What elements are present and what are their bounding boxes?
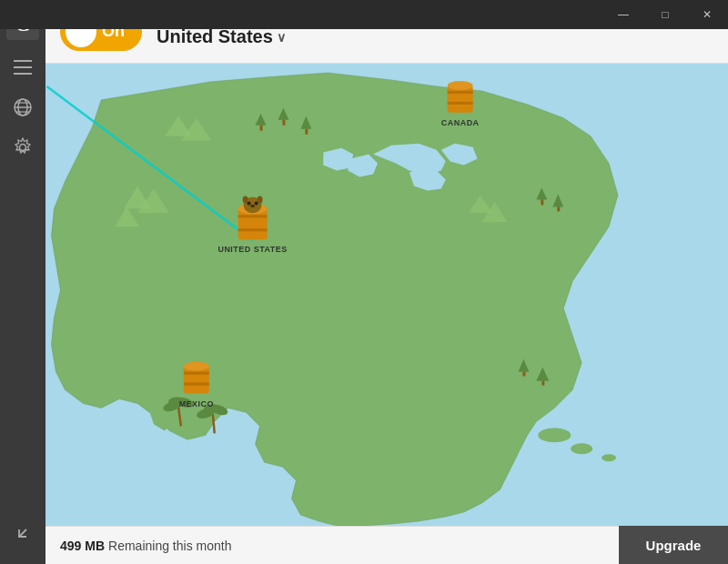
titlebar: — □ ✕ [0, 0, 728, 29]
map-svg: CANADA UNITED STATES [46, 64, 728, 526]
svg-line-11 [19, 529, 26, 537]
svg-rect-25 [557, 206, 560, 211]
svg-rect-40 [448, 102, 473, 105]
selected-country[interactable]: United States ∨ [157, 26, 286, 47]
sidebar: G [0, 0, 46, 564]
svg-rect-37 [541, 381, 544, 386]
svg-point-52 [258, 196, 263, 203]
svg-point-50 [250, 205, 255, 207]
upgrade-button[interactable]: Upgrade [619, 526, 728, 564]
svg-rect-4 [14, 73, 32, 75]
svg-point-49 [255, 201, 258, 205]
menu-icon[interactable] [6, 51, 39, 84]
svg-rect-45 [238, 228, 268, 231]
sidebar-collapse[interactable] [6, 513, 39, 553]
svg-point-57 [184, 362, 209, 371]
remaining-text: Remaining this month [108, 539, 231, 553]
svg-rect-35 [522, 372, 525, 377]
svg-text:MEXICO: MEXICO [179, 399, 214, 408]
svg-text:UNITED STATES: UNITED STATES [217, 245, 287, 254]
svg-text:CANADA: CANADA [441, 118, 480, 127]
svg-point-51 [243, 196, 248, 203]
country-chevron-icon: ∨ [277, 30, 286, 45]
minimize-button[interactable]: — [602, 0, 644, 29]
svg-rect-44 [238, 215, 268, 217]
svg-rect-39 [448, 91, 473, 94]
svg-rect-19 [282, 120, 285, 126]
close-button[interactable]: ✕ [686, 0, 728, 29]
svg-point-14 [571, 443, 592, 454]
data-amount: 499 MB [60, 539, 105, 553]
svg-rect-17 [260, 126, 263, 131]
settings-icon[interactable] [6, 131, 39, 164]
svg-rect-55 [184, 372, 209, 375]
data-remaining-info: 499 MB Remaining this month [46, 526, 619, 564]
globe-icon[interactable] [6, 91, 39, 124]
mexico-location[interactable]: MEXICO [179, 362, 214, 408]
svg-point-41 [448, 81, 473, 90]
map-area[interactable]: CANADA UNITED STATES [46, 64, 728, 526]
svg-point-10 [20, 145, 26, 151]
maximize-button[interactable]: □ [644, 0, 686, 29]
svg-rect-3 [14, 66, 32, 68]
svg-point-13 [538, 428, 571, 442]
svg-rect-2 [14, 60, 32, 62]
svg-point-15 [602, 454, 616, 461]
svg-point-48 [248, 201, 251, 205]
bottom-bar: 499 MB Remaining this month Upgrade [46, 526, 728, 564]
svg-rect-21 [305, 129, 308, 135]
collapse-icon[interactable] [6, 517, 39, 549]
svg-rect-56 [184, 383, 209, 386]
svg-rect-23 [541, 199, 543, 205]
